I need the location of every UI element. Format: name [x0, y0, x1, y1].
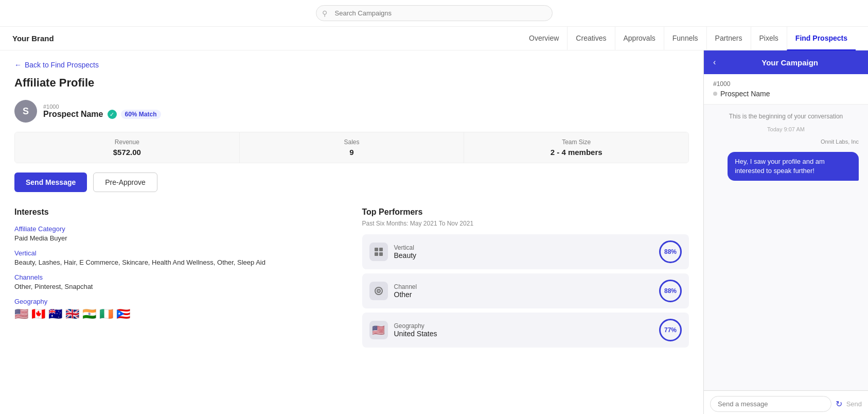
- action-buttons: Send Message Pre-Approve: [14, 173, 689, 192]
- panel-header: ‹ Your Campaign: [704, 50, 868, 74]
- chat-time: Today 9:07 AM: [713, 126, 859, 132]
- performer-pct-0: 88%: [659, 240, 682, 263]
- nav-item-creatives[interactable]: Creatives: [567, 27, 614, 50]
- interest-label-2: Channels: [14, 273, 342, 281]
- interest-group-3: Geography 🇺🇸 🇨🇦 🇦🇺 🇬🇧 🇮🇳 🇮🇪 🇵🇷: [14, 298, 342, 321]
- performer-info-2: Geography United States: [394, 322, 653, 338]
- nav-item-funnels[interactable]: Funnels: [664, 27, 706, 50]
- profile-name: Prospect Name: [43, 110, 103, 119]
- flag-ie: 🇮🇪: [99, 307, 113, 321]
- profile-name-wrap: #1000 Prospect Name ✓ 60% Match: [43, 104, 161, 119]
- interest-value-0: Paid Media Buyer: [14, 234, 342, 242]
- performers-subtitle: Past Six Months: May 2021 To Nov 2021: [362, 220, 689, 227]
- performer-icon-0: [369, 243, 388, 261]
- nav-links: Overview Creatives Approvals Funnels Par…: [521, 27, 856, 50]
- performer-icon-1: [369, 282, 388, 300]
- chat-system-message: This is the beginning of your conversati…: [713, 113, 859, 120]
- interest-group-2: Channels Other, Pinterest, Snapchat: [14, 273, 342, 290]
- flag-au: 🇦🇺: [48, 307, 62, 321]
- search-wrap: ⚲: [316, 5, 553, 21]
- profile-id: #1000: [43, 104, 161, 110]
- performer-pct-1: 88%: [659, 280, 682, 302]
- chat-input[interactable]: [710, 396, 831, 412]
- brand-name: Your Brand: [12, 34, 54, 43]
- stat-sales-label: Sales: [250, 139, 454, 146]
- nav-item-approvals[interactable]: Approvals: [615, 27, 664, 50]
- flag-in: 🇮🇳: [82, 307, 96, 321]
- panel-campaign-info: #1000 Prospect Name: [704, 74, 868, 105]
- interest-label-0: Affiliate Category: [14, 225, 342, 233]
- interest-label-3: Geography: [14, 298, 342, 305]
- bottom-sections: Interests Affiliate Category Paid Media …: [14, 208, 689, 352]
- performer-row-0: Vertical Beauty 88%: [362, 234, 689, 269]
- dot-indicator: [713, 92, 717, 96]
- avatar: S: [14, 100, 37, 123]
- back-chevron-icon: ←: [14, 61, 22, 69]
- nav-item-overview[interactable]: Overview: [521, 27, 567, 50]
- stat-revenue-value: $572.00: [25, 148, 229, 157]
- chat-area: This is the beginning of your conversati…: [704, 105, 868, 390]
- panel-chevron-icon[interactable]: ‹: [713, 58, 716, 67]
- svg-rect-3: [379, 252, 383, 256]
- stat-team-value: 2 - 4 members: [474, 148, 678, 157]
- stats-row: Revenue $572.00 Sales 9 Team Size 2 - 4 …: [14, 132, 689, 163]
- pre-approve-button[interactable]: Pre-Approve: [93, 173, 157, 192]
- nav-item-find-prospects[interactable]: Find Prospects: [787, 27, 856, 50]
- interests-section: Interests Affiliate Category Paid Media …: [14, 208, 342, 352]
- interest-value-2: Other, Pinterest, Snapchat: [14, 283, 342, 290]
- interest-value-1: Beauty, Lashes, Hair, E Commerce, Skinca…: [14, 258, 342, 266]
- performers-section: Top Performers Past Six Months: May 2021…: [362, 208, 689, 352]
- interest-group-1: Vertical Beauty, Lashes, Hair, E Commerc…: [14, 249, 342, 266]
- nav-item-pixels[interactable]: Pixels: [751, 27, 787, 50]
- performer-icon-2: 🇺🇸: [369, 321, 388, 339]
- page-title: Affiliate Profile: [14, 76, 689, 90]
- performer-row-1: Channel Other 88%: [362, 273, 689, 308]
- chat-input-area: ↻ Send: [704, 390, 868, 414]
- search-icon: ⚲: [322, 9, 327, 18]
- back-link[interactable]: ← Back to Find Prospects: [14, 61, 689, 69]
- performer-name-0: Beauty: [394, 251, 653, 260]
- flags-row: 🇺🇸 🇨🇦 🇦🇺 🇬🇧 🇮🇳 🇮🇪 🇵🇷: [14, 307, 342, 321]
- refresh-icon[interactable]: ↻: [836, 399, 842, 409]
- stat-sales-value: 9: [250, 148, 454, 157]
- stat-sales: Sales 9: [240, 132, 465, 163]
- main-nav: Your Brand Overview Creatives Approvals …: [0, 27, 868, 50]
- back-link-label: Back to Find Prospects: [25, 61, 99, 69]
- stat-team-label: Team Size: [474, 139, 678, 146]
- match-badge: 60% Match: [121, 110, 161, 119]
- panel-title: Your Campaign: [721, 58, 859, 67]
- flag-pr: 🇵🇷: [116, 307, 130, 321]
- performer-info-0: Vertical Beauty: [394, 244, 653, 260]
- interest-group-0: Affiliate Category Paid Media Buyer: [14, 225, 342, 242]
- svg-rect-1: [379, 248, 383, 251]
- flag-us: 🇺🇸: [14, 307, 28, 321]
- panel-prospect-name: Prospect Name: [713, 90, 859, 98]
- svg-rect-2: [375, 252, 378, 256]
- panel-campaign-num: #1000: [713, 80, 859, 88]
- performer-name-2: United States: [394, 330, 653, 338]
- performer-pct-2: 77%: [659, 319, 682, 341]
- profile-header: S #1000 Prospect Name ✓ 60% Match: [14, 100, 689, 123]
- performers-title: Top Performers: [362, 208, 689, 217]
- flag-ca: 🇨🇦: [31, 307, 45, 321]
- right-panel: ‹ Your Campaign #1000 Prospect Name This…: [703, 50, 868, 414]
- performer-name-1: Other: [394, 290, 653, 299]
- interest-label-1: Vertical: [14, 249, 342, 257]
- send-button[interactable]: Send: [846, 400, 862, 408]
- performer-type-2: Geography: [394, 322, 653, 330]
- stat-revenue: Revenue $572.00: [15, 132, 240, 163]
- stat-revenue-label: Revenue: [25, 139, 229, 146]
- svg-rect-0: [375, 248, 378, 251]
- nav-item-partners[interactable]: Partners: [706, 27, 751, 50]
- verified-badge: ✓: [108, 110, 117, 119]
- performer-row-2: 🇺🇸 Geography United States 77%: [362, 313, 689, 348]
- performer-type-1: Channel: [394, 283, 653, 290]
- search-input[interactable]: [316, 5, 553, 21]
- performer-type-0: Vertical: [394, 244, 653, 251]
- stat-team-size: Team Size 2 - 4 members: [464, 132, 688, 163]
- profile-name-row: Prospect Name ✓ 60% Match: [43, 110, 161, 119]
- top-bar: ⚲: [0, 0, 868, 27]
- send-message-button[interactable]: Send Message: [14, 173, 87, 192]
- flag-gb: 🇬🇧: [65, 307, 79, 321]
- main-content: ← Back to Find Prospects Affiliate Profi…: [0, 50, 703, 414]
